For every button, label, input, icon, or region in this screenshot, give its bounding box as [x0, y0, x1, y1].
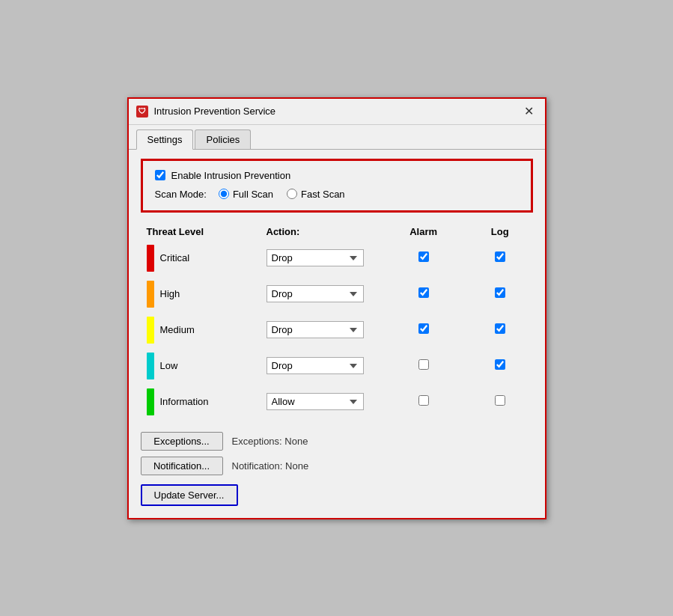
- window-title: Intrusion Prevention Service: [154, 106, 276, 117]
- table-row: Low DropAllowResetPermit: [141, 348, 533, 384]
- full-scan-label: Full Scan: [233, 189, 273, 200]
- alarm-cell-high: [380, 276, 467, 312]
- alarm-checkbox-medium[interactable]: [418, 323, 429, 334]
- table-row: Information DropAllowResetPermit: [141, 384, 533, 420]
- log-cell-information: [467, 384, 533, 420]
- action-cell-high: DropAllowResetPermit: [261, 276, 380, 312]
- action-select-high[interactable]: DropAllowResetPermit: [267, 285, 364, 302]
- log-checkbox-critical[interactable]: [495, 251, 505, 262]
- threat-level-cell-high: High: [141, 276, 261, 312]
- content-area: Enable Intrusion Prevention Scan Mode: F…: [129, 149, 545, 518]
- alarm-cell-information: [380, 384, 467, 420]
- threat-table: Threat Level Action: Alarm Log Critical …: [141, 223, 533, 420]
- full-scan-radio[interactable]: [219, 189, 229, 199]
- scan-mode-label: Scan Mode:: [155, 189, 207, 200]
- log-checkbox-medium[interactable]: [495, 323, 505, 334]
- log-checkbox-information[interactable]: [495, 395, 505, 406]
- action-cell-critical: DropAllowResetPermit: [261, 240, 380, 276]
- enable-intrusion-label: Enable Intrusion Prevention: [171, 170, 291, 181]
- tab-policies[interactable]: Policies: [195, 129, 251, 149]
- log-cell-medium: [467, 312, 533, 348]
- scan-mode-row: Scan Mode: Full Scan Fast Scan: [155, 189, 519, 200]
- threat-level-cell-low: Low: [141, 348, 261, 384]
- alarm-cell-medium: [380, 312, 467, 348]
- exceptions-row: Exceptions... Exceptions: None: [141, 432, 533, 451]
- notification-status: Notification: None: [232, 460, 309, 472]
- fast-scan-option[interactable]: Fast Scan: [287, 189, 345, 200]
- alarm-checkbox-high[interactable]: [418, 287, 429, 298]
- col-alarm: Alarm: [380, 223, 467, 240]
- enable-row: Enable Intrusion Prevention: [155, 170, 519, 181]
- log-cell-critical: [467, 240, 533, 276]
- bottom-buttons: Exceptions... Exceptions: None Notificat…: [141, 432, 533, 475]
- radio-group: Full Scan Fast Scan: [219, 189, 345, 200]
- update-server-button[interactable]: Update Server...: [141, 484, 238, 506]
- action-select-critical[interactable]: DropAllowResetPermit: [267, 249, 364, 266]
- enable-section: Enable Intrusion Prevention Scan Mode: F…: [141, 159, 533, 213]
- log-cell-high: [467, 276, 533, 312]
- table-row: Critical DropAllowResetPermit: [141, 240, 533, 276]
- update-server-row: Update Server...: [141, 484, 533, 506]
- color-bar-critical: [147, 245, 154, 272]
- log-checkbox-low[interactable]: [495, 359, 505, 370]
- threat-name-low: Low: [160, 360, 178, 371]
- table-row: Medium DropAllowResetPermit: [141, 312, 533, 348]
- full-scan-option[interactable]: Full Scan: [219, 189, 273, 200]
- tab-bar: Settings Policies: [129, 125, 545, 149]
- notification-row: Notification... Notification: None: [141, 457, 533, 475]
- exceptions-button[interactable]: Exceptions...: [141, 432, 223, 451]
- app-icon: 🛡: [136, 106, 148, 118]
- title-bar-left: 🛡 Intrusion Prevention Service: [136, 106, 276, 118]
- color-bar-medium: [147, 317, 154, 344]
- alarm-cell-critical: [380, 240, 467, 276]
- threat-name-critical: Critical: [160, 252, 190, 263]
- color-bar-high: [147, 281, 154, 308]
- col-action: Action:: [261, 223, 380, 240]
- action-select-medium[interactable]: DropAllowResetPermit: [267, 321, 364, 338]
- action-cell-low: DropAllowResetPermit: [261, 348, 380, 384]
- threat-level-cell-critical: Critical: [141, 240, 261, 276]
- enable-intrusion-checkbox[interactable]: [155, 170, 165, 180]
- alarm-checkbox-low[interactable]: [418, 359, 429, 370]
- log-checkbox-high[interactable]: [495, 287, 505, 298]
- threat-level-cell-information: Information: [141, 384, 261, 420]
- exceptions-status: Exceptions: None: [232, 436, 308, 447]
- tab-settings[interactable]: Settings: [136, 129, 194, 150]
- col-log: Log: [467, 223, 533, 240]
- alarm-cell-low: [380, 348, 467, 384]
- notification-button[interactable]: Notification...: [141, 457, 223, 475]
- fast-scan-label: Fast Scan: [301, 189, 345, 200]
- action-cell-medium: DropAllowResetPermit: [261, 312, 380, 348]
- main-window: 🛡 Intrusion Prevention Service ✕ Setting…: [127, 97, 546, 519]
- close-button[interactable]: ✕: [521, 103, 538, 120]
- action-select-information[interactable]: DropAllowResetPermit: [267, 393, 364, 410]
- title-bar: 🛡 Intrusion Prevention Service ✕: [129, 99, 545, 125]
- threat-name-information: Information: [160, 396, 209, 407]
- fast-scan-radio[interactable]: [287, 189, 297, 199]
- alarm-checkbox-critical[interactable]: [418, 251, 429, 262]
- log-cell-low: [467, 348, 533, 384]
- action-select-low[interactable]: DropAllowResetPermit: [267, 357, 364, 374]
- col-threat-level: Threat Level: [141, 223, 261, 240]
- threat-name-medium: Medium: [160, 324, 195, 335]
- threat-name-high: High: [160, 288, 180, 299]
- alarm-checkbox-information[interactable]: [418, 395, 429, 406]
- threat-level-cell-medium: Medium: [141, 312, 261, 348]
- color-bar-low: [147, 353, 154, 379]
- action-cell-information: DropAllowResetPermit: [261, 384, 380, 420]
- color-bar-information: [147, 388, 154, 415]
- table-row: High DropAllowResetPermit: [141, 276, 533, 312]
